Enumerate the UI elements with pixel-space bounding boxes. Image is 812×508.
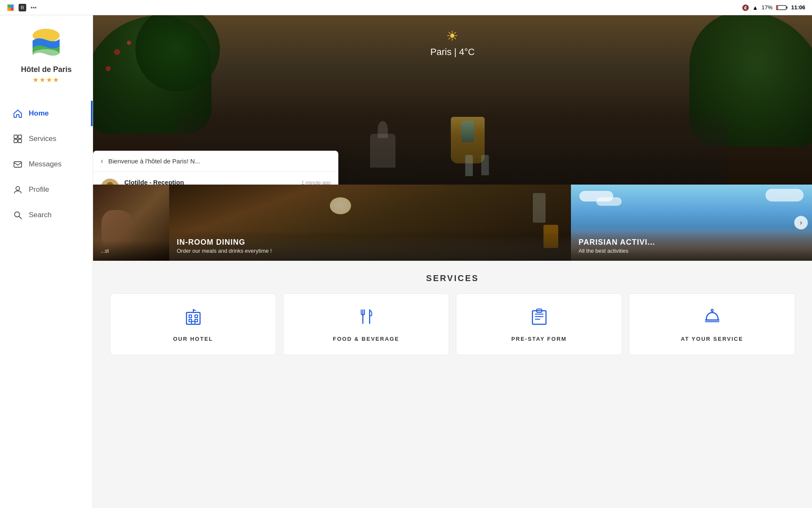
app-icon-2: R (19, 4, 26, 11)
services-section: SERVICES (93, 261, 812, 368)
hotel-logo (29, 28, 63, 62)
status-bar: R ••• 🔇 ▲ 17% 11:06 (0, 0, 812, 15)
service-tile-pre-stay[interactable]: PRE-STAY FORM (456, 293, 622, 355)
hero-section: ☀ Paris | 4°C ‹ Bienvenue à l'hôtel de P… (93, 15, 812, 185)
back-arrow-icon[interactable]: ‹ (101, 157, 103, 166)
service-cards-strip: ...st IN-ROOM DINING (93, 185, 812, 261)
svg-point-17 (16, 187, 20, 190)
svg-rect-15 (18, 139, 22, 143)
svg-marker-30 (193, 309, 197, 311)
mute-icon: 🔇 (742, 4, 749, 11)
service-card-title-activities: PARISIAN ACTIVI... (579, 238, 804, 247)
svg-rect-16 (14, 162, 22, 167)
sidebar-item-services[interactable]: Services (0, 126, 93, 152)
hotel-icon (183, 306, 203, 331)
sidebar-item-profile[interactable]: Profile (0, 177, 93, 202)
svg-rect-25 (195, 315, 198, 318)
service-tile-label-pre-stay: PRE-STAY FORM (511, 336, 567, 342)
main-content: ☀ Paris | 4°C ‹ Bienvenue à l'hôtel de P… (93, 15, 812, 508)
service-tile-food-beverage[interactable]: FOOD & BEVERAGE (283, 293, 449, 355)
next-arrow-icon: › (800, 219, 802, 226)
form-icon (529, 306, 549, 331)
nav-menu: Home Services (0, 101, 93, 228)
service-card-overlay-dining: IN-ROOM DINING Order our meals and drink… (169, 231, 571, 261)
service-tile-label-at-your-service: AT YOUR SERVICE (681, 336, 743, 342)
svg-point-11 (33, 49, 60, 59)
hotel-stars: ★★★★ (33, 76, 60, 84)
svg-point-44 (711, 309, 713, 312)
battery-text: 17% (762, 4, 773, 11)
weather-widget: ☀ Paris | 4°C (431, 28, 475, 58)
sidebar-item-home[interactable]: Home (0, 101, 93, 126)
service-card-overlay-spa: ...st (93, 240, 169, 261)
weather-text: Paris | 4°C (431, 47, 475, 57)
status-bar-right: 🔇 ▲ 17% 11:06 (742, 4, 805, 11)
sidebar-item-search[interactable]: Search (0, 202, 93, 228)
service-card-dining[interactable]: IN-ROOM DINING Order our meals and drink… (169, 185, 571, 261)
service-card-overlay-activities: PARISIAN ACTIVI... All the best activiti… (571, 231, 812, 261)
svg-text:R: R (21, 5, 24, 10)
person-icon (13, 185, 23, 195)
signal-icon: ▲ (752, 4, 758, 11)
time-display: 11:06 (791, 4, 805, 11)
message-popup: ‹ Bienvenue à l'hôtel de Paris! N... (93, 151, 338, 185)
message-header-row: Clotilde - Reception 1 minute ago (124, 179, 331, 185)
service-card-activities[interactable]: PARISIAN ACTIVI... All the best activiti… (571, 185, 812, 261)
sidebar-item-label-home: Home (29, 109, 49, 118)
sidebar-item-label-search: Search (29, 211, 52, 219)
svg-rect-8 (786, 6, 787, 8)
service-tile-at-your-service[interactable]: AT YOUR SERVICE (629, 293, 795, 355)
service-card-spa[interactable]: ...st (93, 185, 169, 261)
svg-rect-1 (8, 5, 11, 8)
message-popup-header: ‹ Bienvenue à l'hôtel de Paris! N... (93, 151, 338, 172)
weather-icon: ☀ (431, 28, 475, 44)
sidebar-item-label-profile: Profile (29, 185, 49, 194)
svg-rect-14 (14, 139, 17, 143)
status-bar-left: R ••• (7, 4, 37, 11)
svg-rect-9 (776, 6, 778, 9)
services-grid: OUR HOTEL (110, 293, 795, 355)
service-tile-our-hotel[interactable]: OUR HOTEL (110, 293, 276, 355)
service-card-desc-spa: ...st (101, 248, 162, 254)
sender-avatar (101, 179, 119, 185)
svg-line-19 (19, 216, 22, 219)
utensils-icon (356, 306, 376, 331)
next-arrow[interactable]: › (794, 216, 808, 229)
message-info: Clotilde - Reception 1 minute ago Welcom… (124, 179, 331, 185)
app-icon-photos (7, 4, 14, 11)
services-section-title: SERVICES (110, 273, 795, 283)
svg-rect-2 (11, 5, 14, 8)
service-card-desc-activities: All the best activities (579, 248, 804, 254)
message-time: 1 minute ago (302, 180, 331, 185)
sidebar-item-label-services: Services (29, 135, 56, 143)
sidebar-item-label-messages: Messages (29, 160, 61, 168)
logo-container: Hôtel de Paris ★★★★ (21, 28, 71, 84)
svg-rect-3 (8, 8, 11, 11)
more-dots: ••• (30, 4, 37, 11)
search-icon (13, 210, 23, 220)
svg-rect-12 (14, 135, 17, 138)
hotel-name: Hôtel de Paris (21, 65, 71, 74)
svg-rect-13 (18, 135, 22, 138)
service-card-desc-dining: Order our meals and drinks everytime ! (177, 248, 563, 254)
home-icon (13, 108, 23, 119)
service-tile-label-food: FOOD & BEVERAGE (333, 336, 399, 342)
service-tile-label-our-hotel: OUR HOTEL (173, 336, 213, 342)
message-popup-body: Clotilde - Reception 1 minute ago Welcom… (93, 172, 338, 185)
svg-rect-24 (189, 315, 192, 318)
svg-rect-4 (11, 8, 14, 11)
grid-icon (13, 134, 23, 144)
battery-icon (776, 5, 788, 11)
sender-name: Clotilde - Reception (124, 179, 184, 185)
app-container: Hôtel de Paris ★★★★ Home (0, 15, 812, 508)
message-popup-title: Bienvenue à l'hôtel de Paris! N... (108, 157, 331, 165)
message-sender: Clotilde - Reception 1 minute ago Welcom… (101, 179, 331, 185)
bell-icon (702, 306, 722, 331)
sidebar: Hôtel de Paris ★★★★ Home (0, 15, 93, 508)
service-card-title-dining: IN-ROOM DINING (177, 238, 563, 247)
email-icon (13, 159, 23, 169)
svg-rect-23 (187, 312, 200, 324)
sidebar-item-messages[interactable]: Messages (0, 152, 93, 177)
